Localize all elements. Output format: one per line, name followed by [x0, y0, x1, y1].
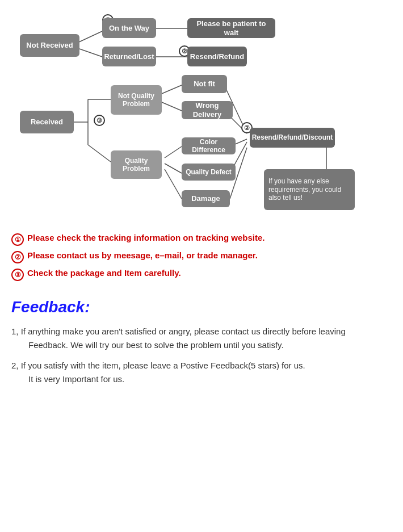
feedback-section: Feedback: 1, If anything make you aren't… [9, 298, 394, 386]
box-color-difference: Color Difference [182, 137, 236, 154]
box-on-the-way: On the Way [102, 18, 156, 38]
instruction-circle-3: ③ [11, 269, 24, 281]
box-resend-refund-discount: Resend/Refund/Discount [250, 128, 335, 148]
box-please-wait: Please be patient to wait [187, 18, 275, 38]
instruction-item-1: ① Please check the tracking information … [11, 233, 392, 246]
svg-line-11 [165, 164, 182, 173]
feedback-item-2: 2, If you satisfy with the item, please … [11, 359, 392, 386]
box-quality-defect: Quality Defect [182, 164, 236, 181]
svg-line-9 [162, 102, 182, 111]
feedback-title: Feedback: [11, 298, 392, 316]
svg-line-0 [78, 31, 102, 43]
feedback-item-2-main: 2, If you satisfy with the item, please … [11, 361, 305, 370]
box-returned-lost: Returned/Lost [102, 47, 156, 66]
instruction-item-3: ③ Check the package and Item carefully. [11, 268, 392, 281]
flowchart-container: ① ② Not Received On the Way Returned/Los… [14, 11, 389, 221]
instruction-text-1: Please check the tracking information on… [27, 233, 265, 242]
instructions-section: ① Please check the tracking information … [9, 233, 394, 281]
box-received: Received [20, 111, 74, 133]
box-not-received: Not Received [20, 34, 79, 57]
box-damage: Damage [182, 190, 230, 207]
svg-line-10 [165, 146, 182, 158]
box-resend-refund-top: Resend/Refund [187, 47, 247, 66]
feedback-item-1-main: 1, If anything make you aren't satisfied… [11, 326, 346, 336]
instruction-text-2: Please contact us by meesage, e–mail, or… [27, 250, 258, 260]
svg-line-8 [162, 85, 182, 94]
instruction-circle-2: ② [11, 251, 24, 263]
feedback-item-1: 1, If anything make you aren't satisfied… [11, 325, 392, 352]
box-not-quality-problem: Not Quality Problem [111, 85, 162, 115]
instruction-circle-1: ① [11, 233, 24, 246]
circle-3: ③ [94, 115, 105, 126]
box-if-you-have: If you have any else requirements, you c… [264, 169, 355, 210]
feedback-item-1-indent: Feedback. We will try our best to solve … [28, 338, 392, 352]
instruction-text-3: Check the package and Item carefully. [27, 268, 181, 278]
svg-line-7 [88, 145, 111, 162]
svg-line-12 [165, 169, 182, 199]
svg-line-1 [78, 48, 102, 57]
box-not-fit: Not fit [182, 75, 227, 93]
flowchart-section: ① ② Not Received On the Way Returned/Los… [9, 6, 394, 227]
box-wrong-delivery: Wrong Delivery [182, 101, 233, 119]
box-quality-problem: Quality Problem [111, 150, 162, 179]
instruction-item-2: ② Please contact us by meesage, e–mail, … [11, 250, 392, 263]
feedback-item-2-indent: It is very Important for us. [28, 372, 392, 386]
